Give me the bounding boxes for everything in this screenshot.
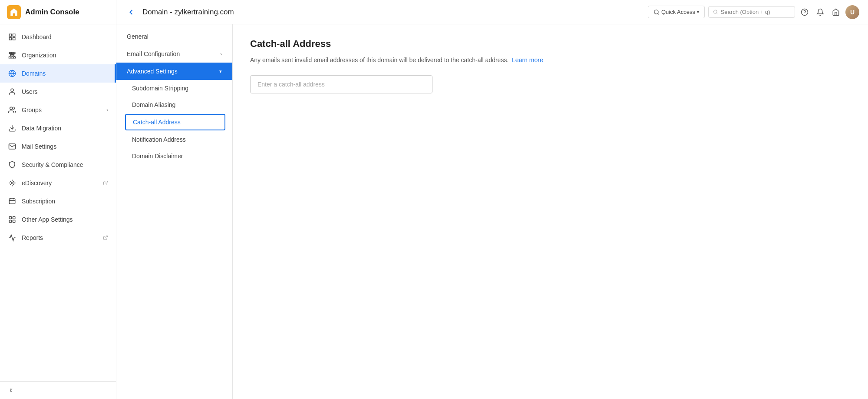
svg-rect-1 [13, 34, 15, 36]
app-logo [7, 5, 21, 19]
sidebar-item-label: Security & Compliance [22, 161, 83, 168]
avatar-image: U [845, 5, 859, 19]
quick-access-chevron: ▾ [697, 10, 699, 14]
svg-rect-26 [9, 220, 11, 223]
external-link-icon [103, 180, 108, 186]
sidebar-item-label: Mail Settings [22, 143, 56, 150]
svg-point-19 [10, 107, 13, 110]
sidebar-nav: Dashboard Organization Dom [0, 24, 116, 381]
svg-rect-3 [13, 38, 15, 40]
svg-point-21 [11, 182, 13, 184]
svg-point-30 [654, 10, 658, 13]
svg-rect-2 [9, 38, 11, 40]
learn-more-link[interactable]: Learn more [512, 57, 543, 63]
sidebar-item-label: Data Migration [22, 125, 61, 132]
home-button[interactable] [830, 6, 842, 18]
globe-icon [8, 69, 17, 78]
svg-line-28 [105, 236, 108, 239]
shield-icon [8, 160, 17, 169]
quick-access-label: Quick Access [661, 9, 695, 15]
dashboard-icon [8, 33, 17, 41]
sidebar-item-label: Organization [22, 52, 56, 59]
sidebar-title: Admin Console [25, 8, 79, 17]
back-button[interactable] [125, 6, 137, 18]
content-body: General Email Configuration › Advanced S… [116, 24, 868, 399]
submenu: General Email Configuration › Advanced S… [116, 24, 233, 399]
quick-access-button[interactable]: Quick Access ▾ [648, 6, 705, 18]
sidebar-item-domains[interactable]: Domains [0, 64, 116, 83]
topbar-title: Domain - zylkertraining.com [142, 8, 643, 17]
subscription-icon [8, 197, 17, 206]
sidebar-item-other-app-settings[interactable]: Other App Settings [0, 210, 116, 229]
topbar: Domain - zylkertraining.com Quick Access… [116, 0, 868, 24]
sidebar-item-label: Domains [22, 70, 46, 77]
search-input[interactable] [721, 9, 790, 15]
ediscovery-icon [8, 179, 17, 187]
catch-all-address-input[interactable] [250, 75, 432, 93]
submenu-item-domain-disclaimer[interactable]: Domain Disclaimer [116, 148, 232, 164]
submenu-item-email-configuration[interactable]: Email Configuration › [116, 45, 232, 63]
avatar[interactable]: U [845, 5, 859, 19]
page-description: Any emails sent invalid email addresses … [250, 56, 851, 65]
sidebar-item-security[interactable]: Security & Compliance [0, 156, 116, 174]
notification-button[interactable] [814, 6, 826, 18]
svg-rect-9 [11, 57, 13, 58]
user-icon [8, 87, 17, 96]
topbar-actions: Quick Access ▾ [648, 5, 859, 19]
submenu-item-general[interactable]: General [116, 28, 232, 45]
sidebar-item-ediscovery[interactable]: eDiscovery [0, 174, 116, 192]
svg-rect-24 [9, 216, 11, 219]
sidebar-header: Admin Console [0, 0, 116, 24]
sidebar-item-label: Users [22, 88, 38, 95]
sidebar-item-subscription[interactable]: Subscription [0, 192, 116, 210]
sidebar-item-groups[interactable]: Groups › [0, 101, 116, 119]
sidebar-item-label: Dashboard [22, 33, 52, 40]
help-button[interactable] [799, 6, 811, 18]
main-area: Domain - zylkertraining.com Quick Access… [116, 0, 868, 399]
organization-icon [8, 51, 17, 60]
search-box[interactable] [708, 6, 795, 18]
sidebar-item-label: Subscription [22, 198, 55, 205]
submenu-item-notification-address[interactable]: Notification Address [116, 131, 232, 148]
sidebar-item-label: Other App Settings [22, 216, 73, 223]
svg-rect-0 [9, 34, 11, 36]
chevron-right-icon: › [106, 107, 108, 113]
sidebar-item-mail-settings[interactable]: Mail Settings [0, 137, 116, 156]
sidebar-item-data-migration[interactable]: Data Migration [0, 119, 116, 137]
submenu-item-advanced-settings[interactable]: Advanced Settings ▾ [116, 63, 232, 80]
submenu-item-domain-aliasing[interactable]: Domain Aliasing [116, 96, 232, 113]
grid2-icon [8, 215, 17, 224]
svg-rect-4 [9, 52, 11, 53]
svg-point-32 [713, 10, 717, 13]
svg-line-33 [716, 13, 717, 14]
svg-rect-27 [13, 220, 15, 223]
sidebar-item-label: Reports [22, 234, 43, 241]
sidebar-item-users[interactable]: Users [0, 83, 116, 101]
page-title: Catch-all Address [250, 38, 851, 50]
reports-icon [8, 233, 17, 242]
submenu-item-catch-all-address[interactable]: Catch-all Address [125, 114, 225, 130]
sidebar-item-organization[interactable]: Organization [0, 46, 116, 64]
chevron-right-icon: › [220, 51, 222, 57]
svg-rect-10 [13, 57, 16, 58]
groups-icon [8, 106, 17, 114]
svg-line-22 [105, 181, 108, 184]
svg-rect-5 [12, 52, 13, 53]
download-icon [8, 124, 17, 133]
external-link-icon [103, 235, 108, 240]
collapse-button[interactable] [0, 381, 116, 399]
sidebar-item-label: eDiscovery [22, 180, 52, 186]
sidebar: Admin Console Dashboard Organization [0, 0, 116, 399]
sidebar-item-label: Groups [22, 106, 42, 113]
sidebar-item-dashboard[interactable]: Dashboard [0, 28, 116, 46]
svg-rect-6 [13, 52, 15, 53]
svg-rect-8 [9, 57, 11, 58]
svg-line-31 [658, 13, 659, 14]
sidebar-item-reports[interactable]: Reports [0, 229, 116, 247]
svg-point-18 [11, 89, 13, 91]
mail-icon [8, 142, 17, 151]
submenu-item-subdomain-stripping[interactable]: Subdomain Stripping [116, 80, 232, 96]
chevron-down-icon: ▾ [219, 69, 222, 74]
page-content: Catch-all Address Any emails sent invali… [233, 24, 868, 399]
svg-rect-25 [13, 216, 15, 219]
